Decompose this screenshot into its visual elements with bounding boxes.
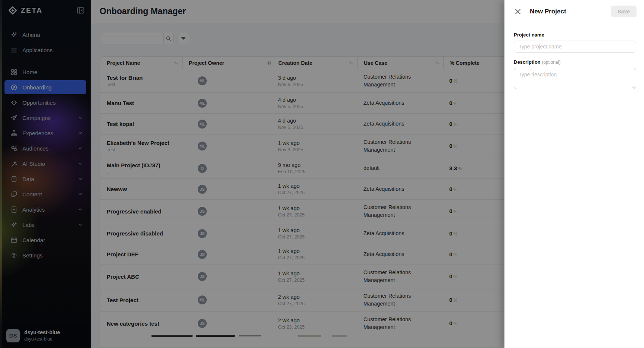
drawer-body: Project name Description (optional): [504, 23, 644, 91]
app-window: ZETA Athena Applications Home Onboarding: [0, 0, 644, 348]
optional-hint: (optional): [542, 60, 560, 65]
new-project-drawer: New Project Save Project name Descriptio…: [504, 0, 644, 348]
description-textarea[interactable]: [514, 68, 636, 89]
drawer-header: New Project Save: [504, 0, 644, 23]
description-label: Description (optional): [514, 59, 636, 65]
project-name-label: Project name: [514, 32, 636, 38]
close-icon[interactable]: [514, 8, 522, 15]
project-name-input[interactable]: [514, 41, 636, 53]
drawer-title: New Project: [530, 8, 566, 15]
save-button[interactable]: Save: [611, 6, 637, 17]
resize-handle-icon[interactable]: [631, 84, 635, 88]
